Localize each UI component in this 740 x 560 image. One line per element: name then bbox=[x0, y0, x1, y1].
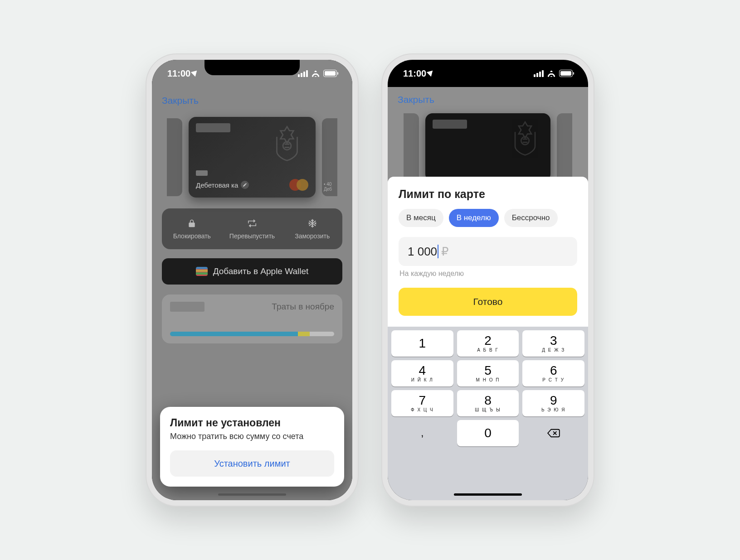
key-6[interactable]: 6Р С Т У bbox=[522, 360, 584, 386]
key-3[interactable]: 3Д Е Ж З bbox=[522, 330, 584, 357]
key-9[interactable]: 9Ь Э Ю Я bbox=[522, 390, 584, 416]
notch bbox=[204, 60, 300, 75]
amount-value: 1 000 bbox=[408, 245, 437, 259]
limit-subtitle: Можно тратить всю сумму со счета bbox=[170, 432, 334, 441]
notch bbox=[440, 60, 536, 75]
wifi-icon bbox=[311, 70, 320, 77]
card-carousel[interactable] bbox=[388, 87, 588, 191]
amount-hint: На каждую неделю bbox=[399, 270, 577, 278]
amount-input[interactable]: 1 000 ₽ bbox=[399, 237, 577, 266]
segment-forever[interactable]: Бессрочно bbox=[504, 209, 558, 227]
key-8[interactable]: 8Ш Щ Ъ Ы bbox=[457, 390, 519, 416]
done-label: Готово bbox=[473, 296, 503, 307]
segment-week[interactable]: В неделю bbox=[449, 209, 499, 227]
key-0[interactable]: 0 bbox=[457, 420, 519, 446]
cursor bbox=[438, 245, 438, 258]
status-time: 11:00 bbox=[403, 68, 426, 79]
key-1[interactable]: 1 bbox=[391, 330, 453, 357]
set-limit-button[interactable]: Установить лимит bbox=[170, 450, 334, 477]
limit-popover: Лимит не установлен Можно тратить всю су… bbox=[160, 407, 344, 487]
home-indicator[interactable] bbox=[218, 493, 286, 496]
signal-icon bbox=[534, 70, 544, 77]
key-backspace[interactable] bbox=[522, 420, 584, 446]
phone-left: 11:00 Закрыть bbox=[146, 53, 359, 507]
battery-icon bbox=[559, 70, 573, 77]
redacted-number bbox=[433, 120, 467, 129]
limit-title: Лимит не установлен bbox=[170, 417, 334, 429]
done-button[interactable]: Готово bbox=[399, 288, 577, 316]
wifi-icon bbox=[547, 70, 556, 77]
signal-icon bbox=[298, 70, 308, 77]
phone-right: 11:00 Закрыть bbox=[381, 53, 594, 507]
key-2[interactable]: 2А Б В Г bbox=[457, 330, 519, 357]
key-5[interactable]: 5М Н О П bbox=[457, 360, 519, 386]
card-logo-icon bbox=[505, 116, 545, 156]
battery-icon bbox=[323, 70, 337, 77]
key-4[interactable]: 4И Й К Л bbox=[391, 360, 453, 386]
segment-month[interactable]: В месяц bbox=[399, 209, 443, 227]
limit-sheet: Лимит по карте В месяц В неделю Бессрочн… bbox=[388, 177, 588, 500]
key-comma[interactable]: , bbox=[391, 420, 453, 446]
payment-card[interactable] bbox=[425, 113, 550, 181]
status-time: 11:00 bbox=[167, 68, 190, 79]
backspace-icon bbox=[547, 428, 560, 438]
home-indicator[interactable] bbox=[454, 493, 522, 496]
set-limit-label: Установить лимит bbox=[214, 459, 290, 469]
key-7[interactable]: 7Ф Х Ц Ч bbox=[391, 390, 453, 416]
period-segments: В месяц В неделю Бессрочно bbox=[399, 209, 577, 227]
currency-symbol: ₽ bbox=[441, 245, 449, 259]
sheet-title: Лимит по карте bbox=[399, 188, 577, 201]
numeric-keypad: 1 2А Б В Г 3Д Е Ж З 4И Й К Л 5М Н О П 6Р… bbox=[388, 327, 588, 456]
